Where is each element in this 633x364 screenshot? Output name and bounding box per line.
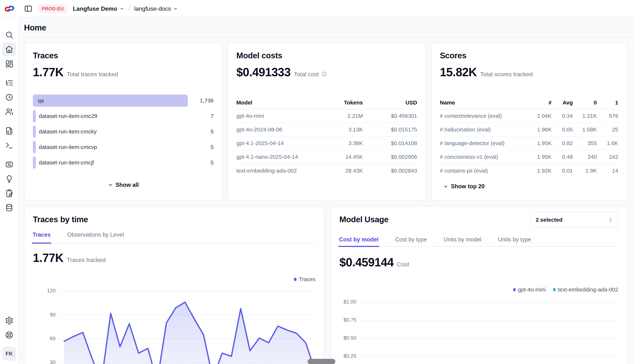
model-usage-tab-cost-by-model[interactable]: Cost by model	[338, 236, 379, 243]
scores-col-header: 1	[597, 100, 618, 106]
scores-cell: 25	[597, 126, 618, 133]
model-usage-title: Model Usage	[339, 215, 388, 224]
project-switcher[interactable]: langfuse-docs	[134, 5, 178, 12]
sidebar-item-database[interactable]	[3, 201, 16, 214]
model-costs-cell: $0.015175	[363, 126, 417, 133]
model-costs-row: gpt-4o-mini2.21M$0.456301	[236, 109, 417, 123]
sidebar-item-file-braces[interactable]	[3, 124, 16, 138]
model-costs-cell: 3.38K	[315, 140, 363, 146]
scores-row: # conciseness-v1 (eval)1.95K0.48240242	[440, 150, 618, 164]
scores-cell: 0.82	[551, 140, 573, 146]
scores-cell: 0.48	[551, 154, 573, 160]
trace-bar-label: dataset-run-item-cmcjf	[39, 160, 94, 166]
traces-by-time-tab-traces[interactable]: Traces	[32, 232, 51, 238]
traces-by-time-title: Traces by time	[33, 215, 88, 224]
main-content: Traces 1.77K Total traces tracked qa1,73…	[19, 38, 633, 364]
model-usage-tab-units-by-type[interactable]: Units by type	[497, 236, 532, 243]
model-costs-cell: $0.002906	[363, 154, 417, 160]
legend-label: Traces	[299, 276, 316, 282]
org-switcher[interactable]: Langfuse Demo	[73, 5, 124, 12]
show-all-button[interactable]: Show all	[24, 182, 222, 188]
scores-cell: 576	[597, 113, 618, 119]
scores-card: Scores 15.82K Total scores tracked Name#…	[431, 42, 627, 201]
sidebar-item-percent-square[interactable]	[3, 158, 16, 171]
sidebar-item-home[interactable]	[3, 42, 16, 56]
legend-item-gpt-4o-mini[interactable]: gpt-4o-mini	[513, 286, 546, 293]
sidebar-toggle-button[interactable]	[24, 4, 33, 13]
svg-text:$1.00: $1.00	[343, 299, 356, 304]
model-costs-cell: gpt-4.1-2025-04-14	[236, 140, 315, 146]
model-costs-metric-label: Total cost	[294, 71, 319, 78]
trace-bar-row[interactable]: dataset-run-item-cmcky5	[33, 126, 214, 138]
app-root: PROD-EU Langfuse Demo / langfuse-docs	[0, 0, 633, 364]
model-usage-metric-label: Cost	[397, 261, 409, 268]
model-usage-metric-value: $0.459144	[339, 256, 394, 269]
scores-col-header: #	[526, 100, 551, 106]
scores-cell: # contains-pii (eval)	[440, 168, 526, 174]
sidebar-item-settings[interactable]	[3, 314, 16, 328]
scores-row: # hallucination (eval)1.96K0.051.58K25	[440, 123, 618, 136]
trace-bar-row[interactable]: dataset-run-item-cmc297	[33, 110, 214, 122]
scores-cell: 1.9K	[573, 168, 597, 174]
trace-bar-row[interactable]: dataset-run-item-cmcjf5	[33, 156, 214, 169]
user-avatar[interactable]: FK	[2, 347, 16, 361]
model-select[interactable]: 2 selected	[530, 212, 618, 228]
model-costs-card-title: Model costs	[236, 51, 282, 60]
traces-by-time-tab-observations-by-level[interactable]: Observations by Level	[67, 232, 125, 238]
model-costs-cell: $0.456301	[363, 113, 417, 119]
langfuse-logo[interactable]	[0, 4, 19, 13]
sidebar-item-list-tree[interactable]	[3, 76, 16, 90]
scores-row: # contextrelevance (eval)2.04K0.341.21K5…	[440, 109, 618, 123]
trace-bar-row[interactable]: qa1,736	[33, 94, 214, 107]
model-usage-tab-units-by-model[interactable]: Units by model	[443, 236, 482, 243]
lightbulb-icon	[5, 174, 14, 183]
trace-bar	[33, 110, 36, 122]
scores-row: # language-detector (eval)1.95K0.823551.…	[440, 136, 618, 150]
model-costs-row: text-embedding-ada-00228.43K$0.002843	[236, 164, 417, 178]
scores-cell: 355	[573, 140, 597, 146]
info-icon[interactable]	[321, 71, 327, 77]
traces-by-time-tabs: TracesObservations by Level	[32, 232, 125, 238]
trace-bar-label: dataset-run-item-cmcvp	[39, 144, 97, 150]
sidebar-item-search[interactable]	[3, 28, 16, 42]
model-costs-cell: 2.21M	[315, 113, 363, 119]
model-costs-cell: $0.002843	[363, 168, 417, 174]
scores-metric: 15.82K Total scores tracked	[440, 65, 533, 79]
show-top-20-button[interactable]: Show top 20	[443, 183, 485, 190]
sidebar-item-lightbulb[interactable]	[3, 172, 16, 186]
legend-item-text-embedding-ada-002[interactable]: text-embedding-ada-002	[553, 286, 618, 293]
show-all-label: Show all	[116, 182, 139, 188]
layout-dashboard-icon	[5, 60, 14, 68]
sidebar-item-support[interactable]	[3, 328, 16, 342]
trace-bar-value: 5	[211, 160, 214, 166]
sidebar-item-layout-dashboard[interactable]	[3, 57, 16, 70]
breadcrumb-separator: /	[128, 5, 130, 12]
scores-cell: 1.95K	[526, 154, 551, 160]
scores-table: Name#Avg01 # contextrelevance (eval)2.04…	[440, 98, 618, 178]
trace-bar-row[interactable]: dataset-run-item-cmcvp5	[33, 141, 214, 153]
scores-row: # contains-pii (eval)1.92K0.011.9K14	[440, 164, 618, 178]
legend-label: gpt-4o-mini	[518, 286, 546, 293]
list-tree-icon	[5, 79, 14, 87]
traces-metric-value: 1.77K	[33, 65, 64, 79]
legend-item-Traces[interactable]: Traces	[294, 276, 316, 282]
scores-cell: 1.21K	[573, 113, 597, 119]
sidebar-item-users[interactable]	[3, 105, 16, 118]
model-usage-legend: gpt-4o-minitext-embedding-ada-002	[513, 286, 618, 293]
scores-col-header: Avg	[551, 100, 573, 106]
sidebar-item-clipboard-pen[interactable]	[3, 186, 16, 200]
tab-track	[338, 246, 618, 247]
legend-dot	[513, 288, 516, 292]
sidebar-item-clock[interactable]	[3, 90, 16, 104]
traces-metric: 1.77K Total traces tracked	[33, 65, 118, 79]
sidebar-item-terminal[interactable]	[3, 138, 16, 152]
trace-bar-label: dataset-run-item-cmc29	[39, 113, 97, 119]
model-usage-tab-cost-by-type[interactable]: Cost by type	[394, 236, 428, 243]
trace-bar	[33, 126, 36, 138]
users-icon	[5, 108, 14, 116]
active-tab-underline	[32, 242, 51, 244]
scores-cell: 242	[597, 154, 618, 160]
horizontal-scrollbar-thumb[interactable]	[308, 359, 335, 364]
model-costs-metric-value: $0.491333	[236, 65, 291, 79]
trace-bar	[33, 156, 36, 169]
